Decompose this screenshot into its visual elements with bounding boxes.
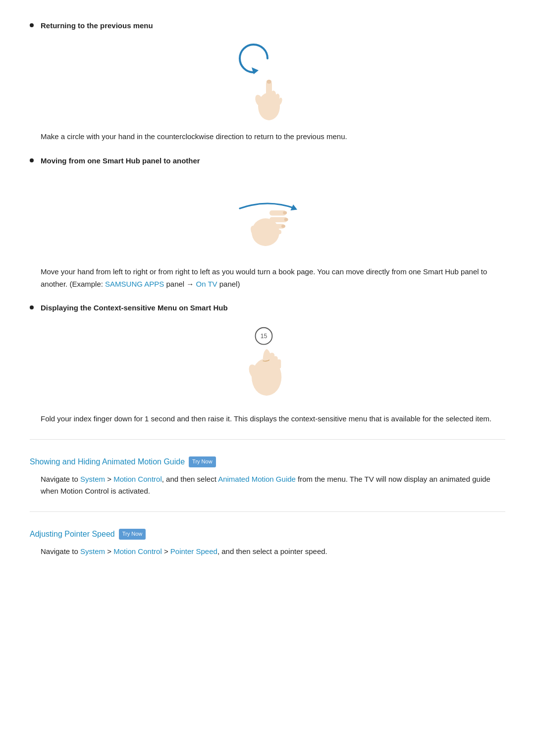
moving-bullet-item: Moving from one Smart Hub panel to anoth… [30,155,505,167]
svg-point-14 [283,211,287,214]
swipe-gesture-image [30,179,505,258]
context-label: Displaying the Context-sensitive Menu on… [41,302,228,314]
animated-guide-system-link[interactable]: System [80,475,105,483]
svg-point-15 [284,218,288,221]
on-tv-link[interactable]: On TV [196,280,217,288]
returning-description: Make a circle with your hand in the coun… [41,131,505,143]
pointer-speed-system-link[interactable]: System [80,547,105,555]
bullet-dot [30,23,34,27]
svg-rect-12 [269,230,281,234]
divider-1 [30,439,505,440]
returning-label: Returning to the previous menu [41,20,153,32]
circle-gesture-svg [228,44,307,123]
fold-gesture-svg: 15 [228,326,307,405]
swipe-gesture-svg [228,179,307,258]
bullet-dot-2 [30,158,34,162]
svg-point-16 [281,225,285,228]
svg-text:15: 15 [261,333,268,340]
animated-guide-try-now[interactable]: Try Now [189,456,216,467]
pointer-speed-try-now[interactable]: Try Now [119,529,146,540]
moving-label: Moving from one Smart Hub panel to anoth… [41,155,200,167]
pointer-speed-heading: Adjusting Pointer Speed Try Now [30,528,505,541]
returning-bullet-item: Returning to the previous menu [30,20,505,32]
returning-section: Returning to the previous menu [30,20,505,143]
context-section: Displaying the Context-sensitive Menu on… [30,302,505,425]
animated-guide-guide-link[interactable]: Animated Motion Guide [218,475,296,483]
context-description: Fold your index finger down for 1 second… [41,413,505,425]
pointer-speed-section: Adjusting Pointer Speed Try Now Navigate… [30,528,505,557]
circle-gesture-image [30,44,505,123]
animated-guide-title: Showing and Hiding Animated Motion Guide [30,455,185,468]
animated-guide-description: Navigate to System > Motion Control, and… [41,473,505,498]
animated-guide-heading: Showing and Hiding Animated Motion Guide… [30,455,505,468]
moving-description: Move your hand from left to right or fro… [41,266,505,291]
pointer-speed-title: Adjusting Pointer Speed [30,528,115,541]
svg-rect-23 [277,359,281,369]
context-bullet-item: Displaying the Context-sensitive Menu on… [30,302,505,314]
divider-2 [30,511,505,512]
pointer-speed-description: Navigate to System > Motion Control > Po… [41,546,505,558]
svg-point-3 [267,80,271,84]
bullet-dot-3 [30,305,34,309]
fold-gesture-image: 15 [30,326,505,405]
moving-section: Moving from one Smart Hub panel to anoth… [30,155,505,291]
pointer-speed-speed-link[interactable]: Pointer Speed [170,547,217,555]
samsung-apps-link[interactable]: SAMSUNG APPS [105,280,164,288]
animated-guide-motion-control-link[interactable]: Motion Control [113,475,162,483]
animated-guide-section: Showing and Hiding Animated Motion Guide… [30,455,505,498]
pointer-speed-motion-control-link[interactable]: Motion Control [113,547,162,555]
